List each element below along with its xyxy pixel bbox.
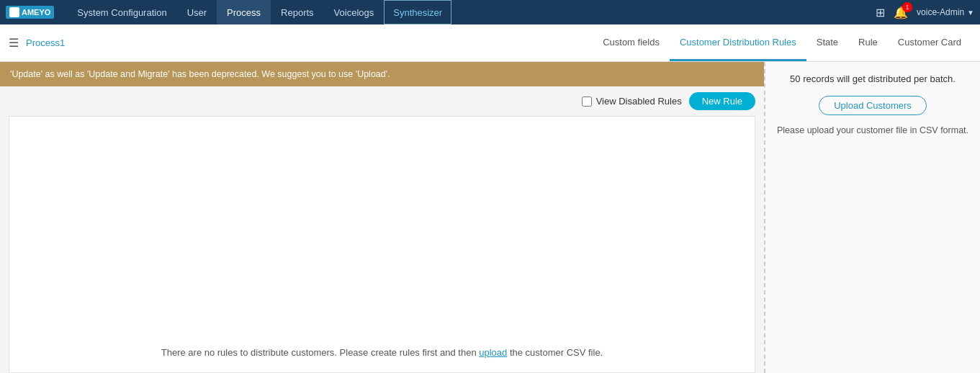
content-area: 'Update' as well as 'Update and Migrate'… — [0, 62, 980, 373]
main-panel: 'Update' as well as 'Update and Migrate'… — [0, 62, 764, 373]
nav-item-process[interactable]: Process — [217, 0, 271, 24]
user-menu[interactable]: voice-Admin ▼ — [917, 7, 974, 17]
subnav: ☰ Process1 Custom fields Customer Distri… — [0, 24, 980, 62]
logo-box: AMEYO — [6, 6, 54, 19]
upload-customers-button[interactable]: Upload Customers — [819, 96, 927, 115]
tab-state[interactable]: State — [806, 24, 848, 61]
tab-customer-card[interactable]: Customer Card — [888, 24, 971, 61]
upload-link[interactable]: upload — [479, 347, 507, 358]
grid-icon[interactable]: ⊞ — [876, 6, 885, 19]
tab-rule[interactable]: Rule — [848, 24, 888, 61]
view-disabled-rules-label[interactable]: View Disabled Rules — [582, 96, 682, 107]
right-panel: 50 records will get distributed per batc… — [764, 62, 980, 373]
no-rules-message: There are no rules to distribute custome… — [161, 347, 603, 358]
user-label: voice-Admin — [917, 7, 964, 17]
no-rules-text-part2: the customer CSV file. — [507, 347, 603, 358]
nav-items: System Configuration User Process Report… — [67, 0, 876, 24]
nav-item-system-configuration[interactable]: System Configuration — [67, 0, 176, 24]
upload-hint: Please upload your customer file in CSV … — [777, 125, 968, 135]
rules-list: There are no rules to distribute custome… — [9, 116, 755, 373]
hamburger-icon[interactable]: ☰ — [9, 36, 19, 50]
chevron-down-icon: ▼ — [967, 9, 974, 17]
navbar-right: ⊞ 🔔 1 voice-Admin ▼ — [876, 6, 974, 19]
toolbar: View Disabled Rules New Rule — [0, 86, 764, 116]
nav-item-synthesizer[interactable]: Synthesizer — [384, 0, 451, 24]
warning-banner: 'Update' as well as 'Update and Migrate'… — [0, 62, 764, 86]
nav-item-voicelogs[interactable]: Voicelogs — [324, 0, 385, 24]
hint-text: Please upload your customer file in CSV … — [777, 125, 968, 135]
tab-customer-distribution-rules[interactable]: Customer Distribution Rules — [670, 24, 806, 61]
tab-custom-fields[interactable]: Custom fields — [593, 24, 670, 61]
logo-text: AMEYO — [22, 8, 50, 17]
batch-info: 50 records will get distributed per batc… — [790, 73, 956, 84]
nav-item-reports[interactable]: Reports — [271, 0, 324, 24]
nav-item-user[interactable]: User — [177, 0, 217, 24]
warning-text: 'Update' as well as 'Update and Migrate'… — [10, 69, 390, 79]
notification-badge: 1 — [902, 2, 912, 12]
top-navbar: AMEYO System Configuration User Process … — [0, 0, 980, 24]
logo[interactable]: AMEYO — [6, 6, 58, 19]
subnav-tabs: Custom fields Customer Distribution Rule… — [593, 24, 971, 61]
view-disabled-rules-text: View Disabled Rules — [596, 96, 682, 107]
process-link[interactable]: Process1 — [26, 37, 65, 48]
notification-bell[interactable]: 🔔 1 — [894, 6, 908, 19]
view-disabled-rules-checkbox[interactable] — [582, 96, 592, 107]
no-rules-text-part1: There are no rules to distribute custome… — [161, 347, 480, 358]
new-rule-button[interactable]: New Rule — [689, 92, 755, 110]
logo-icon — [9, 7, 19, 17]
